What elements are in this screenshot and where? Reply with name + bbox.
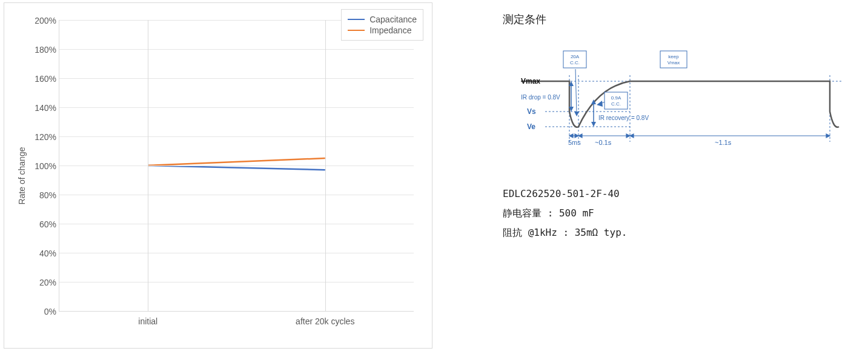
waveform-svg: Vmax Vs Ve IR drop = 0.8V IR recovery = … [503,45,848,166]
gridline [59,195,414,195]
plot-area [59,20,414,312]
y-tick-label: 0% [30,307,56,316]
gridline [325,20,326,311]
capacitance-spec: 静电容量 : 500 mF [503,204,856,223]
left-panel: Rate of change Capacitance Impedance 0%2… [0,0,436,351]
y-tick-label: 140% [30,103,56,113]
impedance-spec: 阻抗 @1kHz : 35mΩ typ. [503,223,856,242]
vs-label: Vs [527,107,536,116]
gridline [59,165,414,166]
time-0-1s: ~0.1s [595,139,612,146]
y-tick-label: 100% [30,161,56,171]
legend-entry-capacitance: Capacitance [348,15,417,24]
y-tick-label: 180% [30,45,56,55]
svg-marker-24 [630,134,634,138]
gridline [59,253,414,253]
legend: Capacitance Impedance [341,9,423,41]
legend-swatch [348,19,365,20]
svg-marker-12 [591,122,596,127]
x-tick-label: after 20k cycles [296,316,354,326]
ir-drop-label: IR drop = 0.8V [521,94,560,101]
svg-marker-21 [578,134,582,138]
gridline [59,136,414,137]
rate-of-change-chart: Rate of change Capacitance Impedance 0%2… [4,2,432,349]
series-line-impedance [148,158,325,165]
svg-marker-18 [569,134,573,138]
series-line-capacitance [148,165,325,170]
y-tick-label: 20% [30,278,56,287]
conditions-heading: 测定条件 [503,12,856,27]
svg-line-13 [575,69,577,115]
y-axis-title: Rate of change [17,147,27,204]
y-tick-label: 120% [30,132,56,142]
part-number: EDLC262520-501-2F-40 [503,184,856,204]
svg-marker-25 [826,134,830,138]
y-tick-label: 60% [30,219,56,229]
measurement-waveform-diagram: Vmax Vs Ve IR drop = 0.8V IR recovery = … [503,45,848,166]
svg-marker-16 [597,101,603,107]
ve-label: Ve [527,122,535,131]
svg-text:keep: keep [668,54,679,59]
vmax-label: Vmax [521,77,540,85]
gridline [148,20,148,311]
y-tick-label: 40% [30,249,56,258]
gridline [59,107,414,108]
right-panel: 测定条件 [436,0,868,351]
gridline [59,78,414,79]
gridline [59,282,414,282]
gridline [59,49,414,50]
svg-text:0.9A: 0.9A [611,95,621,101]
legend-label: Impedance [369,25,411,35]
svg-text:C.C.: C.C. [611,101,621,107]
svg-text:C.C.: C.C. [570,60,580,65]
y-tick-label: 80% [30,190,56,200]
ir-recovery-label: IR recovery = 0.8V [598,115,649,121]
y-tick-label: 200% [30,16,56,25]
time-5ms: 5ms [568,139,581,146]
time-1-1s: ~1.1s [715,139,732,146]
x-tick-label: initial [138,316,157,326]
legend-entry-impedance: Impedance [348,25,417,35]
spec-block: EDLC262520-501-2F-40 静电容量 : 500 mF 阻抗 @1… [503,184,856,242]
gridline [59,224,414,224]
legend-label: Capacitance [369,15,417,24]
svg-text:20A: 20A [571,54,580,59]
y-tick-label: 160% [30,74,56,84]
legend-swatch [348,30,365,31]
svg-text:Vmax: Vmax [668,60,680,65]
